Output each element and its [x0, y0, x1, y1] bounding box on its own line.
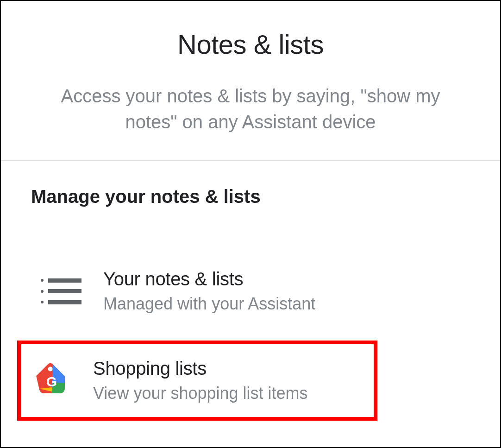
manage-section: Manage your notes & lists Your notes & l… [1, 161, 500, 448]
section-heading: Manage your notes & lists [31, 186, 470, 207]
item-title: Your notes & lists [103, 269, 315, 290]
svg-text:G: G [46, 374, 57, 389]
item-subtitle: Managed with your Assistant [103, 294, 315, 314]
google-shopping-icon: G [25, 362, 76, 399]
item-title: Shopping lists [93, 358, 308, 379]
page-header: Notes & lists Access your notes & lists … [1, 1, 500, 161]
page-title: Notes & lists [38, 29, 463, 60]
list-icon [36, 278, 87, 304]
item-subtitle: View your shopping list items [93, 384, 308, 403]
your-notes-lists-item[interactable]: Your notes & lists Managed with your Ass… [31, 260, 470, 322]
shopping-lists-item[interactable]: G Shopping lists View your shopping list… [17, 341, 377, 421]
page-subtitle: Access your notes & lists by saying, "sh… [38, 83, 463, 135]
